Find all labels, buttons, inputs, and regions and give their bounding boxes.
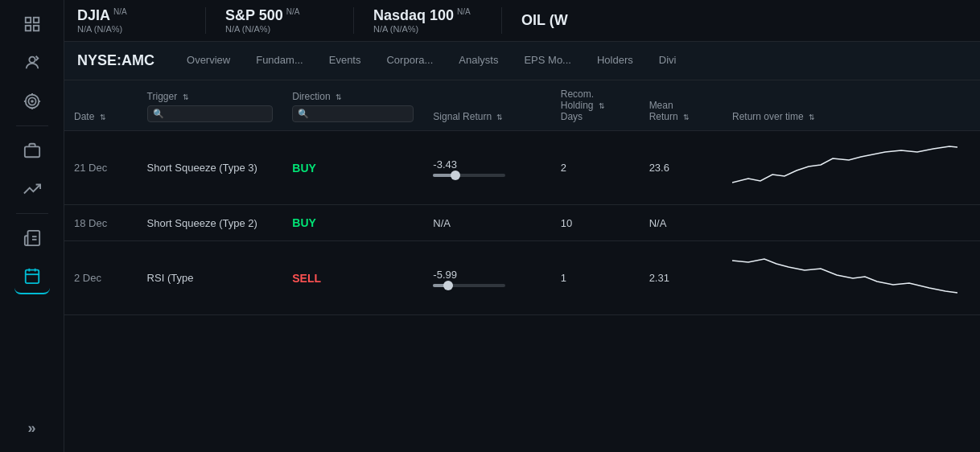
tab-analysts[interactable]: Analysts — [446, 42, 511, 80]
col-return-over-time[interactable]: Return over time ⇅ — [723, 80, 980, 131]
table-row: 2 DecRSI (TypeSELL-5.9912.31 — [64, 241, 980, 315]
col-date[interactable]: Date ⇅ — [64, 80, 138, 131]
trending-icon[interactable] — [14, 171, 50, 207]
svg-rect-1 — [33, 18, 38, 23]
table-row: 21 DecShort Squeeze (Type 3)BUY-3.43223.… — [64, 131, 980, 205]
symbol-nav: NYSE:AMC Overview Fundam... Events Corpo… — [64, 42, 980, 80]
sort-direction-icon: ⇅ — [336, 93, 342, 101]
ticker-sp500-change: N/A (N/A%) — [225, 24, 334, 34]
svg-point-7 — [31, 101, 33, 102]
sidebar-divider-2 — [16, 213, 48, 214]
cell-direction: SELL — [282, 241, 423, 315]
sort-return-time-icon: ⇅ — [809, 113, 815, 121]
news-icon[interactable] — [14, 220, 50, 256]
ticker-nasdaq-name: Nasdaq 100 — [373, 7, 454, 24]
cell-return-chart — [723, 241, 980, 315]
tab-eps[interactable]: EPS Mo... — [511, 42, 584, 80]
ticker-sp500-name: S&P 500 — [225, 7, 283, 24]
cell-trigger: Short Squeeze (Type 2) — [138, 205, 283, 241]
ticker-oil-name: OIL (W — [521, 12, 568, 29]
col-mean-return[interactable]: MeanReturn ⇅ — [640, 80, 723, 131]
cell-signal-return: -5.99 — [423, 241, 550, 315]
sort-mean-return-icon: ⇅ — [683, 113, 690, 121]
ticker-sp500: S&P 500 N/A N/A (N/A%) — [225, 7, 354, 34]
sidebar: » — [0, 0, 64, 452]
col-trigger[interactable]: Trigger ⇅ 🔍 — [138, 80, 283, 131]
svg-rect-2 — [25, 26, 30, 31]
calendar-icon[interactable] — [14, 259, 50, 294]
signals-table-container: Date ⇅ Trigger ⇅ 🔍 Direction ⇅ — [64, 80, 980, 452]
more-icon[interactable]: » — [14, 410, 50, 446]
mini-chart-svg — [732, 253, 957, 301]
svg-rect-12 — [24, 146, 39, 157]
cell-direction: BUY — [282, 131, 423, 205]
signals-table: Date ⇅ Trigger ⇅ 🔍 Direction ⇅ — [64, 80, 980, 315]
sidebar-divider-1 — [16, 125, 48, 126]
grid-icon[interactable] — [14, 6, 50, 42]
symbol-label: NYSE:AMC — [77, 52, 154, 69]
direction-search-input[interactable] — [312, 109, 369, 119]
direction-search-icon: 🔍 — [298, 109, 309, 119]
trigger-search-icon: 🔍 — [153, 109, 164, 119]
cell-mean-return: N/A — [640, 205, 723, 241]
tab-holders[interactable]: Holders — [584, 42, 646, 80]
ticker-djia-name: DJIA — [77, 7, 110, 24]
tab-dividends[interactable]: Divi — [646, 42, 690, 80]
main-content: DJIA N/A N/A (N/A%) S&P 500 N/A N/A (N/A… — [64, 0, 980, 452]
tab-overview[interactable]: Overview — [174, 42, 243, 80]
col-direction[interactable]: Direction ⇅ 🔍 — [282, 80, 423, 131]
signal-return-slider — [433, 174, 505, 177]
ticker-oil: OIL (W — [521, 12, 650, 29]
cell-recom-holding: 2 — [551, 131, 640, 205]
cell-recom-holding: 1 — [551, 241, 640, 315]
ticker-nasdaq-na-top: N/A — [457, 7, 471, 16]
table-row: 18 DecShort Squeeze (Type 2)BUYN/A10N/A — [64, 205, 980, 241]
nav-tabs: Overview Fundam... Events Corpora... Ana… — [174, 42, 689, 80]
cell-date: 21 Dec — [64, 131, 138, 205]
sort-signal-return-icon: ⇅ — [496, 113, 503, 121]
signal-return-slider — [433, 284, 505, 287]
svg-rect-0 — [25, 18, 30, 23]
cell-date: 2 Dec — [64, 241, 138, 315]
trigger-search[interactable]: 🔍 — [147, 105, 274, 122]
col-signal-return[interactable]: Signal Return ⇅ — [423, 80, 550, 131]
cell-recom-holding: 10 — [551, 205, 640, 241]
cell-trigger: RSI (Type — [138, 241, 283, 315]
briefcase-icon[interactable] — [14, 133, 50, 168]
svg-rect-3 — [33, 26, 38, 31]
svg-point-4 — [29, 57, 35, 63]
sort-trigger-icon: ⇅ — [183, 93, 189, 101]
chart-user-icon[interactable] — [14, 45, 50, 80]
trigger-search-input[interactable] — [167, 109, 224, 119]
ticker-djia-change: N/A (N/A%) — [77, 24, 186, 34]
cell-mean-return: 2.31 — [640, 241, 723, 315]
cell-mean-return: 23.6 — [640, 131, 723, 205]
ticker-nasdaq: Nasdaq 100 N/A N/A (N/A%) — [373, 7, 502, 34]
sort-date-icon: ⇅ — [100, 113, 106, 121]
cell-direction: BUY — [282, 205, 423, 241]
cell-return-chart — [723, 205, 980, 241]
cell-trigger: Short Squeeze (Type 3) — [138, 131, 283, 205]
tab-corporate[interactable]: Corpora... — [373, 42, 446, 80]
ticker-djia-na-top: N/A — [113, 7, 127, 16]
sort-recom-icon: ⇅ — [599, 102, 605, 110]
direction-search[interactable]: 🔍 — [292, 105, 414, 122]
cell-return-chart — [723, 131, 980, 205]
cell-signal-return: -3.43 — [423, 131, 550, 205]
mini-chart-svg — [732, 142, 957, 191]
tab-events[interactable]: Events — [316, 42, 374, 80]
ticker-nasdaq-change: N/A (N/A%) — [373, 24, 482, 34]
target-icon[interactable] — [14, 84, 50, 119]
ticker-djia: DJIA N/A N/A (N/A%) — [77, 7, 206, 34]
cell-date: 18 Dec — [64, 205, 138, 241]
ticker-sp500-na-top: N/A — [286, 7, 300, 16]
col-recom-holding[interactable]: Recom.Holding ⇅ Days — [551, 80, 640, 131]
cell-signal-return: N/A — [423, 205, 550, 241]
tab-fundamentals[interactable]: Fundam... — [243, 42, 316, 80]
svg-rect-16 — [25, 270, 39, 284]
ticker-bar: DJIA N/A N/A (N/A%) S&P 500 N/A N/A (N/A… — [64, 0, 980, 42]
